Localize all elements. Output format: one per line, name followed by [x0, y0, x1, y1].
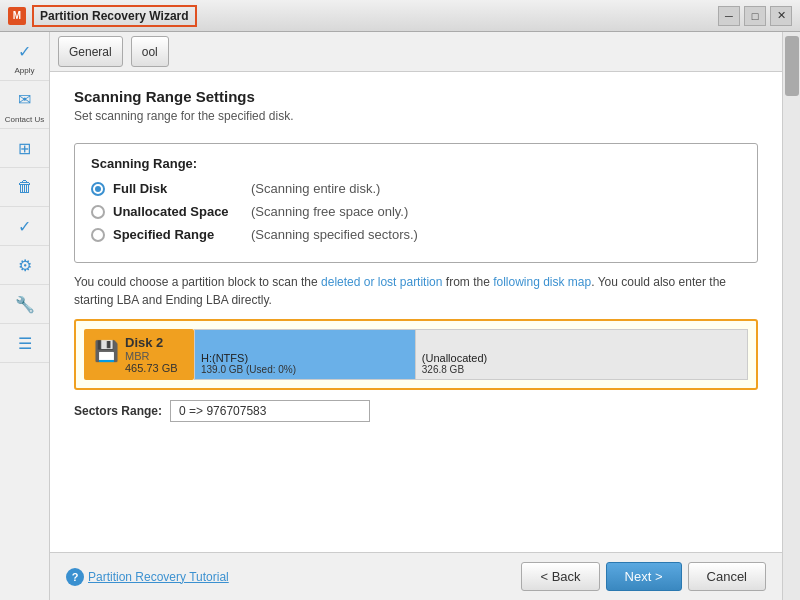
disk-partitions[interactable]: H:(NTFS) 139.0 GB (Used: 0%) (Unallocate… [194, 329, 748, 380]
app-icon: M [8, 7, 26, 25]
full-disk-desc: (Scanning entire disk.) [251, 181, 380, 196]
scanning-range-title: Scanning Range: [91, 156, 741, 171]
info-highlight1: deleted or lost partition [321, 275, 442, 289]
partition-unallocated-detail: 326.8 GB [422, 364, 741, 375]
partition-unallocated-label: (Unallocated) [422, 352, 741, 364]
info-highlight2: following disk map [493, 275, 591, 289]
partition-ntfs-label: H:(NTFS) [201, 352, 409, 364]
sidebar-section-check: ✓ [0, 207, 49, 246]
footer-buttons: < Back Next > Cancel [521, 562, 766, 591]
disk-type: MBR [125, 350, 178, 362]
unallocated-space-radio[interactable] [91, 205, 105, 219]
cancel-button[interactable]: Cancel [688, 562, 766, 591]
scanning-range-box: Scanning Range: Full Disk (Scanning enti… [74, 143, 758, 263]
page-subtitle: Set scanning range for the specified dis… [74, 109, 758, 123]
partition-ntfs[interactable]: H:(NTFS) 139.0 GB (Used: 0%) [195, 330, 416, 379]
sidebar-apply-label: Apply [14, 66, 34, 76]
tutorial-link-text: Partition Recovery Tutorial [88, 570, 229, 584]
maximize-button[interactable]: □ [744, 6, 766, 26]
tutorial-link[interactable]: ? Partition Recovery Tutorial [66, 568, 229, 586]
wizard-content: Scanning Range Settings Set scanning ran… [50, 72, 782, 552]
main-layout: ✓ Apply ✉ Contact Us ⊞ 🗑 ✓ ⚙ 🔧 ☰ General [0, 32, 800, 600]
specified-range-option[interactable]: Specified Range (Scanning specified sect… [91, 227, 741, 242]
disk-size: 465.73 GB [125, 362, 178, 374]
page-title: Scanning Range Settings [74, 88, 758, 105]
toolbar: General ool [50, 32, 782, 72]
sectors-range-input[interactable] [170, 400, 370, 422]
close-button[interactable]: ✕ [770, 6, 792, 26]
settings-icon[interactable]: ⚙ [10, 250, 40, 280]
grid-icon[interactable]: ⊞ [10, 133, 40, 163]
disk-map[interactable]: 💾 Disk 2 MBR 465.73 GB H:(NTFS) 139.0 GB… [74, 319, 758, 390]
next-button[interactable]: Next > [606, 562, 682, 591]
sidebar-section-general: ✓ Apply [0, 32, 49, 81]
right-scrollbar[interactable] [782, 32, 800, 600]
sidebar-section-grid: ⊞ [0, 129, 49, 168]
wizard-footer: ? Partition Recovery Tutorial < Back Nex… [50, 552, 782, 600]
sidebar-contact-label: Contact Us [5, 115, 45, 125]
window-controls: ─ □ ✕ [718, 6, 792, 26]
checkmark-icon[interactable]: ✓ [10, 36, 40, 66]
info-text-line1: You could choose a partition block to sc… [74, 275, 321, 289]
check-icon[interactable]: ✓ [10, 211, 40, 241]
unallocated-space-label: Unallocated Space [113, 204, 243, 219]
disk-name: Disk 2 [125, 335, 178, 350]
trash-icon[interactable]: 🗑 [10, 172, 40, 202]
full-disk-radio[interactable] [91, 182, 105, 196]
disk-info-text: Disk 2 MBR 465.73 GB [125, 335, 178, 374]
info-text-line2: from the [442, 275, 493, 289]
specified-range-desc: (Scanning specified sectors.) [251, 227, 418, 242]
full-disk-option[interactable]: Full Disk (Scanning entire disk.) [91, 181, 741, 196]
sidebar-section-trash: 🗑 [0, 168, 49, 207]
partition-ntfs-detail: 139.0 GB (Used: 0%) [201, 364, 409, 375]
minimize-button[interactable]: ─ [718, 6, 740, 26]
sectors-range-label: Sectors Range: [74, 404, 162, 418]
disk-drive-icon: 💾 [94, 339, 119, 363]
info-text: You could choose a partition block to sc… [74, 273, 758, 309]
unallocated-space-option[interactable]: Unallocated Space (Scanning free space o… [91, 204, 741, 219]
scrollbar-thumb[interactable] [785, 36, 799, 96]
disk-info: 💾 Disk 2 MBR 465.73 GB [84, 329, 194, 380]
sidebar-section-contact: ✉ Contact Us [0, 81, 49, 130]
full-disk-label: Full Disk [113, 181, 243, 196]
unallocated-space-desc: (Scanning free space only.) [251, 204, 408, 219]
outer-sidebar: ✓ Apply ✉ Contact Us ⊞ 🗑 ✓ ⚙ 🔧 ☰ [0, 32, 50, 600]
content-wrapper: General ool Scanning Range Settings Set … [50, 32, 782, 600]
title-bar: M Partition Recovery Wizard ─ □ ✕ [0, 0, 800, 32]
partition-unallocated[interactable]: (Unallocated) 326.8 GB [416, 330, 747, 379]
sidebar-section-settings: ⚙ [0, 246, 49, 285]
page-header: Scanning Range Settings Set scanning ran… [50, 72, 782, 135]
help-icon: ? [66, 568, 84, 586]
specified-range-label: Specified Range [113, 227, 243, 242]
envelope-icon[interactable]: ✉ [10, 85, 40, 115]
specified-range-radio[interactable] [91, 228, 105, 242]
wizard-title: Partition Recovery Wizard [32, 5, 197, 27]
tool-tab-button[interactable]: ool [131, 36, 169, 67]
general-tab-button[interactable]: General [58, 36, 123, 67]
sidebar-section-tools: 🔧 [0, 285, 49, 324]
tools-icon[interactable]: 🔧 [10, 289, 40, 319]
list-icon[interactable]: ☰ [10, 328, 40, 358]
sectors-range: Sectors Range: [74, 400, 758, 422]
sidebar-section-list: ☰ [0, 324, 49, 363]
back-button[interactable]: < Back [521, 562, 599, 591]
